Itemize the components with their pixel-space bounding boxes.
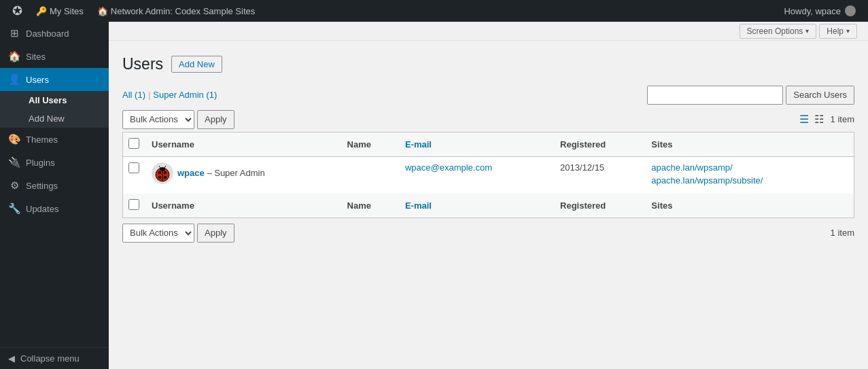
bulk-actions-select-top[interactable]: Bulk Actions <box>122 110 194 129</box>
help-button[interactable]: Help ▾ <box>819 24 857 39</box>
bulk-apply-label-top: Apply <box>205 114 227 124</box>
page-header: Users Add New <box>122 54 854 75</box>
sidebar-item-sites[interactable]: 🏠 Sites <box>0 45 109 68</box>
sidebar-item-dashboard[interactable]: ⊞ Dashboard <box>0 22 109 45</box>
filter-all-link[interactable]: All (1) <box>122 90 145 100</box>
search-users-button[interactable]: Search Users <box>786 86 854 105</box>
filter-super-admin-link[interactable]: Super Admin (1) <box>153 90 217 100</box>
filter-super-admin-count: (1) <box>206 90 217 100</box>
email-link[interactable]: wpace@example.com <box>405 162 492 173</box>
select-all-checkbox[interactable] <box>128 138 139 149</box>
row-email-col: wpace@example.com <box>398 156 553 194</box>
bulk-apply-label-bottom: Apply <box>205 228 227 238</box>
main-content: Users Add New All (1) | Super Admin (1) … <box>109 41 868 369</box>
help-label: Help <box>827 27 844 36</box>
footer-email: E-mail <box>398 194 553 218</box>
row-checkbox-col <box>123 156 145 194</box>
key-icon: 🔑 <box>36 6 47 16</box>
footer-sites: Sites <box>644 194 854 218</box>
collapse-label: Collapse menu <box>20 353 80 364</box>
bulk-bar-top-right: ☰ ☷ 1 item <box>798 111 854 127</box>
admin-secondary-bar: Screen Options ▾ Help ▾ <box>109 22 868 41</box>
sites-icon: 🏠 <box>8 50 20 63</box>
screen-options-label: Screen Options <box>747 27 803 36</box>
collapse-menu[interactable]: ◀ Collapse menu <box>0 347 109 369</box>
add-new-button[interactable]: Add New <box>171 56 222 73</box>
table-footer-row: Username Name E-mail Registered Sites <box>123 194 854 218</box>
row-username-col: wpace – Super Admin <box>145 156 341 194</box>
sidebar-item-label-updates: Updates <box>26 204 58 214</box>
sidebar-sub-all-users[interactable]: All Users <box>8 91 109 109</box>
header-email: E-mail <box>398 132 553 156</box>
sidebar-item-themes[interactable]: 🎨 Themes <box>0 128 109 151</box>
list-view-button[interactable]: ☰ <box>798 111 810 127</box>
howdy-section[interactable]: Howdy, wpace <box>777 5 863 16</box>
screen-options-button[interactable]: Screen Options ▾ <box>740 24 817 39</box>
plugins-icon: 🔌 <box>8 156 20 169</box>
search-users-label: Search Users <box>793 90 847 100</box>
user-role: Super Admin <box>214 168 264 178</box>
sidebar-item-label-plugins: Plugins <box>26 158 55 168</box>
row-checkbox[interactable] <box>128 162 139 173</box>
sidebar-sub-add-new[interactable]: Add New <box>8 109 109 128</box>
username-link[interactable]: wpace <box>177 168 205 178</box>
bulk-apply-button-top[interactable]: Apply <box>197 110 235 129</box>
item-count-top: 1 item <box>831 114 854 124</box>
svg-point-4 <box>164 171 167 174</box>
topbar-left: ✪ 🔑 My Sites 🏠 Network Admin: Codex Samp… <box>5 0 777 22</box>
users-arrow <box>105 75 109 84</box>
sidebar-item-updates[interactable]: 🔧 Updates <box>0 197 109 220</box>
username-cell: wpace – Super Admin <box>152 162 334 184</box>
svg-point-7 <box>160 167 165 171</box>
item-count-bottom: 1 item <box>831 228 854 238</box>
settings-icon: ⚙ <box>8 179 20 192</box>
search-input[interactable] <box>647 86 783 105</box>
select-all-footer-checkbox[interactable] <box>128 199 139 210</box>
bulk-bar-top: Bulk Actions Apply ☰ ☷ 1 item <box>122 110 854 129</box>
users-icon: 👤 <box>8 73 20 86</box>
network-admin-item[interactable]: 🏠 Network Admin: Codex Sample Sites <box>90 0 262 22</box>
header-username: Username <box>145 132 341 156</box>
network-admin-label: Network Admin: Codex Sample Sites <box>111 6 255 16</box>
filter-all-label: All <box>122 90 132 100</box>
howdy-label: Howdy, wpace <box>784 6 841 16</box>
updates-icon: 🔧 <box>8 203 20 215</box>
site-link-1[interactable]: apache.lan/wpsamp/ <box>651 162 847 173</box>
help-chevron: ▾ <box>846 27 850 35</box>
table-header-row: Username Name E-mail Registered Sites <box>123 132 854 156</box>
sidebar-sub-users: All Users Add New <box>0 91 109 128</box>
filter-separator: | <box>148 90 150 100</box>
excerpt-view-button[interactable]: ☷ <box>813 111 825 127</box>
collapse-icon: ◀ <box>8 353 15 364</box>
wp-icon: ✪ <box>12 3 22 18</box>
screen-options-chevron: ▾ <box>805 27 809 35</box>
bulk-apply-button-bottom[interactable]: Apply <box>197 224 235 243</box>
sidebar-item-plugins[interactable]: 🔌 Plugins <box>0 151 109 174</box>
sidebar-item-label-dashboard: Dashboard <box>26 29 69 39</box>
sidebar-item-users[interactable]: 👤 Users <box>0 68 109 91</box>
footer-registered: Registered <box>553 194 644 218</box>
topbar-right: Howdy, wpace <box>777 5 863 16</box>
user-avatar-small <box>845 5 856 16</box>
bulk-actions-select-bottom[interactable]: Bulk Actions <box>122 224 194 243</box>
sidebar-item-settings[interactable]: ⚙ Settings <box>0 174 109 197</box>
my-sites-item[interactable]: 🔑 My Sites <box>29 0 90 22</box>
themes-icon: 🎨 <box>8 133 20 145</box>
sidebar-item-label-settings: Settings <box>26 181 58 191</box>
filter-links: All (1) | Super Admin (1) <box>122 90 217 100</box>
dashboard-icon: ⊞ <box>8 27 20 39</box>
registered-value: 2013/12/15 <box>560 162 604 173</box>
page-title: Users <box>122 54 163 75</box>
footer-checkbox-col <box>123 194 145 218</box>
search-box: Search Users <box>647 86 854 105</box>
filter-bar: All (1) | Super Admin (1) Search Users <box>122 86 854 105</box>
filter-super-admin-label: Super Admin <box>153 90 203 100</box>
wp-logo-item[interactable]: ✪ <box>5 0 29 22</box>
svg-point-6 <box>164 176 167 179</box>
footer-username: Username <box>145 194 341 218</box>
username-text: wpace – Super Admin <box>177 168 265 178</box>
view-icons: ☰ ☷ <box>798 111 825 127</box>
site-link-2[interactable]: apache.lan/wpsamp/subsite/ <box>651 175 847 186</box>
svg-line-9 <box>164 166 166 168</box>
sidebar-item-label-themes: Themes <box>26 135 58 145</box>
